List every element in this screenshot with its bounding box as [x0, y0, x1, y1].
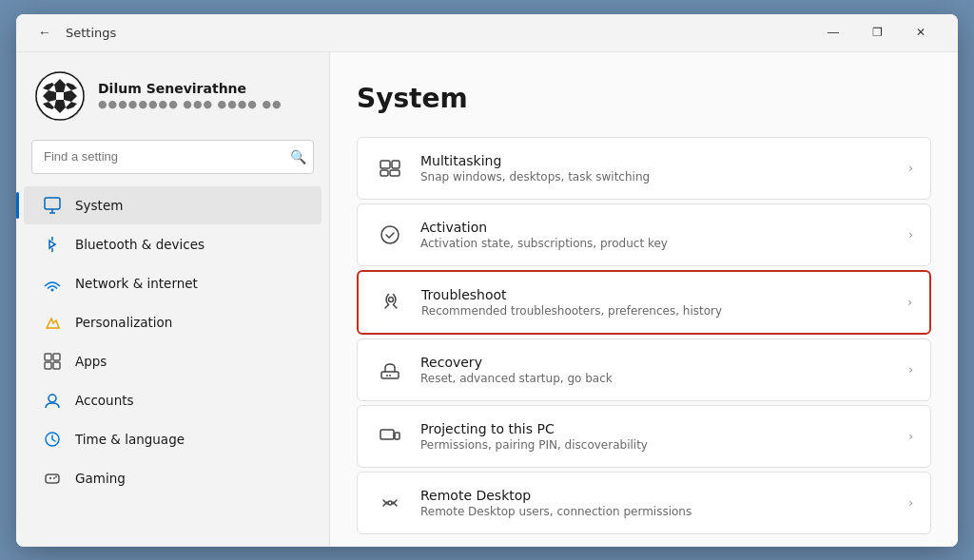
sidebar-item-network[interactable]: Network & internet — [24, 264, 321, 302]
svg-rect-29 — [380, 170, 388, 176]
recovery-text: Recovery Reset, advanced startup, go bac… — [420, 355, 893, 385]
svg-rect-28 — [392, 161, 399, 168]
troubleshoot-title: Troubleshoot — [421, 287, 892, 302]
svg-point-32 — [389, 297, 394, 301]
troubleshoot-desc: Recommended troubleshooters, preferences… — [421, 304, 892, 318]
projecting-desc: Permissions, pairing PIN, discoverabilit… — [420, 438, 893, 452]
svg-rect-17 — [53, 354, 60, 360]
svg-point-25 — [53, 477, 55, 479]
remote-title: Remote Desktop — [420, 488, 893, 503]
sidebar-item-personalization-label: Personalization — [75, 315, 172, 330]
svg-rect-16 — [45, 354, 51, 360]
minimize-button[interactable]: — — [811, 14, 855, 52]
svg-rect-36 — [380, 430, 394, 439]
main-content: System Multitasking Snap window — [330, 52, 958, 547]
settings-window: ← Settings — ❐ ✕ — [16, 14, 958, 547]
settings-item-recovery[interactable]: Recovery Reset, advanced startup, go bac… — [357, 338, 931, 401]
recovery-chevron: › — [908, 363, 913, 377]
maximize-button[interactable]: ❐ — [855, 14, 899, 52]
svg-rect-10 — [45, 198, 60, 209]
user-info: Dilum Senevirathne ●●●●●●●● ●●● ●●●● ●● — [98, 81, 282, 110]
settings-item-multitasking[interactable]: Multitasking Snap windows, desktops, tas… — [357, 137, 931, 200]
user-name: Dilum Senevirathne — [98, 81, 282, 96]
settings-item-troubleshoot[interactable]: Troubleshoot Recommended troubleshooters… — [357, 270, 931, 335]
svg-rect-22 — [46, 474, 59, 483]
svg-point-31 — [381, 226, 399, 243]
search-input[interactable] — [31, 140, 314, 174]
svg-rect-30 — [390, 170, 399, 176]
multitasking-title: Multitasking — [420, 153, 893, 168]
activation-title: Activation — [420, 220, 893, 235]
bluetooth-icon — [43, 235, 62, 254]
projecting-text: Projecting to this PC Permissions, pairi… — [420, 421, 893, 452]
system-icon — [43, 196, 62, 215]
svg-point-26 — [55, 475, 57, 477]
sidebar-item-system[interactable]: System — [24, 186, 321, 224]
content-area: Dilum Senevirathne ●●●●●●●● ●●● ●●●● ●● … — [16, 52, 958, 547]
recovery-title: Recovery — [420, 355, 893, 370]
sidebar-item-bluetooth[interactable]: Bluetooth & devices — [24, 225, 321, 263]
search-box: 🔍 — [31, 140, 314, 174]
projecting-chevron: › — [908, 430, 913, 443]
sidebar-item-network-label: Network & internet — [75, 276, 198, 291]
recovery-desc: Reset, advanced startup, go back — [420, 372, 893, 385]
multitasking-chevron: › — [908, 162, 913, 175]
sidebar-item-time-label: Time & language — [75, 432, 185, 447]
svg-rect-27 — [380, 161, 390, 168]
accounts-icon — [43, 391, 62, 410]
user-section: Dilum Senevirathne ●●●●●●●● ●●● ●●●● ●● — [16, 52, 329, 136]
settings-list: Multitasking Snap windows, desktops, tas… — [357, 137, 931, 534]
window-title: Settings — [66, 26, 811, 40]
apps-icon — [43, 352, 62, 371]
personalization-icon — [43, 313, 62, 332]
search-icon[interactable]: 🔍 — [290, 149, 306, 164]
remote-text: Remote Desktop Remote Desktop users, con… — [420, 488, 893, 518]
time-icon — [43, 430, 62, 449]
back-button[interactable]: ← — [31, 19, 58, 46]
titlebar: ← Settings — ❐ ✕ — [16, 14, 958, 52]
sidebar-item-accounts-label: Accounts — [75, 393, 134, 408]
settings-item-projecting[interactable]: Projecting to this PC Permissions, pairi… — [357, 405, 931, 468]
svg-point-38 — [388, 501, 392, 505]
recovery-icon — [375, 355, 405, 385]
nav-list: System Bluetooth & devices — [16, 185, 329, 498]
sidebar-item-gaming-label: Gaming — [75, 471, 126, 486]
remote-icon — [375, 488, 405, 518]
svg-point-20 — [49, 395, 56, 402]
user-email: ●●●●●●●● ●●● ●●●● ●● — [98, 98, 282, 110]
remote-chevron: › — [908, 496, 913, 510]
sidebar-item-apps[interactable]: Apps — [24, 342, 321, 380]
sidebar: Dilum Senevirathne ●●●●●●●● ●●● ●●●● ●● … — [16, 52, 330, 547]
gaming-icon — [43, 469, 62, 488]
sidebar-item-apps-label: Apps — [75, 354, 107, 369]
activation-chevron: › — [908, 228, 913, 241]
window-controls: — ❐ ✕ — [811, 14, 943, 52]
projecting-title: Projecting to this PC — [420, 421, 893, 436]
svg-point-15 — [51, 288, 54, 291]
activation-desc: Activation state, subscriptions, product… — [420, 237, 893, 250]
troubleshoot-chevron: › — [907, 296, 912, 309]
multitasking-text: Multitasking Snap windows, desktops, tas… — [420, 153, 893, 183]
sidebar-item-system-label: System — [75, 198, 123, 213]
sidebar-item-time[interactable]: Time & language — [24, 420, 321, 458]
multitasking-desc: Snap windows, desktops, task switching — [420, 170, 893, 183]
projecting-icon — [375, 421, 405, 452]
activation-icon — [375, 220, 405, 250]
svg-rect-18 — [45, 362, 51, 369]
avatar — [35, 71, 85, 121]
sidebar-item-gaming[interactable]: Gaming — [24, 459, 321, 497]
page-title: System — [357, 83, 931, 114]
sidebar-item-personalization[interactable]: Personalization — [24, 303, 321, 341]
close-button[interactable]: ✕ — [899, 14, 943, 52]
activation-text: Activation Activation state, subscriptio… — [420, 220, 893, 250]
svg-rect-19 — [53, 362, 60, 369]
remote-desc: Remote Desktop users, connection permiss… — [420, 505, 893, 518]
troubleshoot-text: Troubleshoot Recommended troubleshooters… — [421, 287, 892, 318]
sidebar-item-bluetooth-label: Bluetooth & devices — [75, 237, 205, 252]
multitasking-icon — [375, 153, 405, 183]
troubleshoot-icon — [376, 287, 406, 318]
sidebar-item-accounts[interactable]: Accounts — [24, 381, 321, 419]
settings-item-remote[interactable]: Remote Desktop Remote Desktop users, con… — [357, 472, 931, 534]
settings-item-activation[interactable]: Activation Activation state, subscriptio… — [357, 203, 931, 266]
network-icon — [43, 274, 62, 293]
